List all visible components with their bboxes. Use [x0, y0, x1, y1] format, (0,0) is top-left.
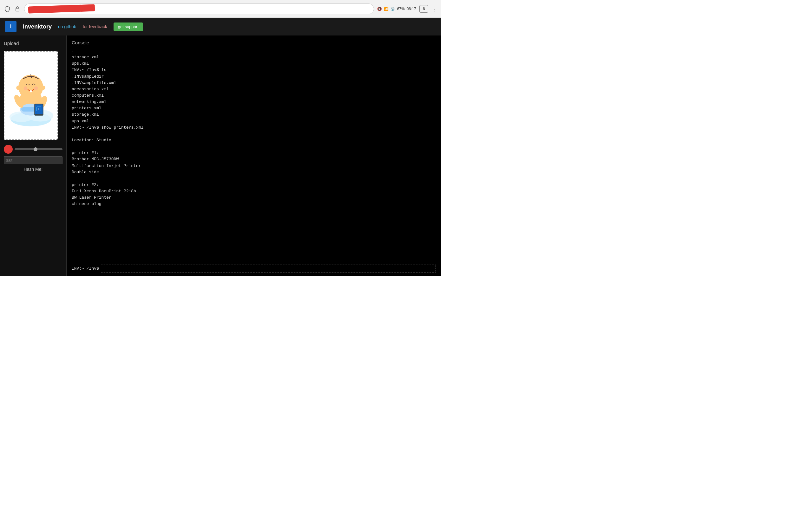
console-input-row: INV:~ /Inv$	[67, 262, 441, 276]
url-redacted	[28, 4, 95, 13]
svg-rect-0	[16, 8, 19, 11]
svg-point-11	[34, 87, 38, 90]
github-link[interactable]: on github	[58, 24, 77, 29]
hash-me-button[interactable]: Hash Me!	[4, 167, 62, 172]
browser-right-controls: 🔇 📶 📡 67% 08:17 6 ⋮	[377, 5, 437, 13]
signal-icon: 📡	[391, 7, 395, 11]
status-icons: 🔇 📶 📡 67% 08:17	[377, 7, 416, 11]
browser-chrome: 🔇 📶 📡 67% 08:17 6 ⋮	[0, 0, 441, 18]
app-logo: I	[5, 21, 16, 32]
svg-point-13	[16, 86, 20, 90]
console-output: . storage.xml ups.xml INV:~ /Inv$ ls .IN…	[67, 48, 441, 262]
battery-label: 67%	[397, 7, 405, 11]
hash-circle-indicator	[4, 145, 13, 154]
salt-input[interactable]	[4, 156, 62, 164]
upload-label: Upload	[4, 41, 19, 46]
app-title: Invenktory	[23, 23, 52, 30]
svg-point-10	[24, 87, 28, 90]
hash-slider[interactable]	[14, 148, 62, 150]
upload-image-area[interactable]: I	[4, 51, 58, 140]
shield-icon	[4, 5, 11, 12]
time-display: 08:17	[407, 7, 416, 11]
console-area: Console . storage.xml ups.xml INV:~ /Inv…	[67, 36, 441, 276]
feedback-link[interactable]: for feedback	[83, 24, 107, 29]
tab-count[interactable]: 6	[419, 5, 428, 13]
main-layout: Upload	[0, 36, 441, 276]
svg-text:I: I	[38, 108, 39, 111]
svg-rect-17	[37, 107, 41, 111]
lock-icon	[14, 5, 21, 12]
svg-rect-19	[30, 90, 32, 92]
console-input[interactable]	[101, 265, 436, 273]
mute-icon: 🔇	[377, 7, 382, 11]
sidebar: Upload	[0, 36, 67, 276]
svg-point-14	[41, 86, 45, 90]
svg-point-9	[18, 75, 43, 100]
url-bar[interactable]	[24, 3, 374, 14]
wifi-icon: 📶	[384, 7, 389, 11]
app-header: I Invenktory on github for feedback get …	[0, 18, 441, 36]
console-prompt: INV:~ /Inv$	[72, 266, 99, 271]
menu-icon[interactable]: ⋮	[432, 5, 437, 12]
sidebar-bottom: Hash Me!	[4, 145, 62, 172]
hash-slider-row	[4, 145, 62, 154]
console-title: Console	[67, 36, 441, 48]
slider-thumb	[34, 147, 38, 151]
get-support-button[interactable]: get support	[113, 22, 143, 31]
baby-illustration: I	[7, 54, 55, 136]
